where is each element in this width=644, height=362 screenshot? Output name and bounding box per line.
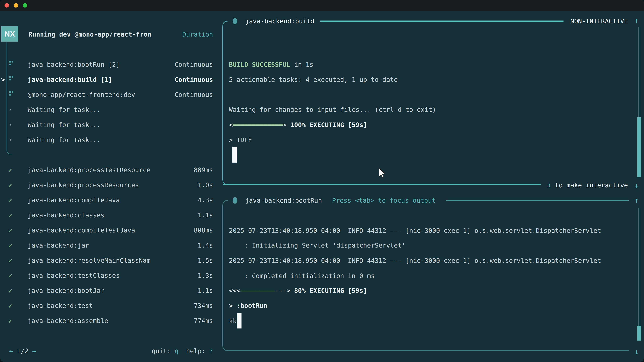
task-name: Waiting for task...	[28, 102, 100, 117]
task-name: Waiting for task...	[28, 132, 100, 147]
log-line: 2025-07-23T13:40:18.950-04:00 INFO 44312…	[229, 253, 601, 268]
non-interactive-badge: NON-INTERACTIVE	[570, 13, 628, 29]
build-time-text: in 1s	[290, 61, 313, 68]
progress-bar: ═════════════	[233, 121, 282, 129]
scroll-down-icon[interactable]: ↓	[634, 178, 639, 193]
task-duration: 1.4s	[0, 238, 213, 253]
bootrun-panel-scrollbar-thumb[interactable]	[637, 326, 641, 341]
interactive-key: i	[548, 182, 551, 189]
bootrun-progress-line: <<<═════════---> 80% EXECUTING [59s]	[229, 283, 367, 298]
help-key: ?	[209, 347, 213, 355]
task-row[interactable]: java-backend:bootRun [2]Continuous	[0, 57, 223, 72]
build-progress-line: <═════════════> 100% EXECUTING [59s]	[229, 117, 367, 132]
progress-label: 80% EXECUTING [59s]	[290, 287, 367, 294]
progress-head: <<<	[229, 287, 240, 294]
bootrun-panel-title: java-backend:bootRun	[245, 193, 322, 208]
log-line: 2025-07-23T13:40:18.950-04:00 INFO 44312…	[229, 223, 601, 238]
scroll-down-icon[interactable]: ↓	[634, 344, 639, 359]
help-label: help:	[178, 347, 209, 355]
completed-task-row[interactable]: ✔java-backend:processTestResource889ms	[0, 162, 223, 177]
scroll-up-icon[interactable]: ↑	[634, 13, 639, 28]
task-duration: 1.3s	[0, 268, 213, 283]
pager-prev-arrow[interactable]: ←	[9, 347, 13, 355]
task-duration: 774ms	[0, 313, 213, 328]
terminal-cursor	[232, 147, 237, 163]
pager-value: 1/2	[17, 347, 28, 355]
focus-output-hint: Press <tab> to focus output	[332, 193, 436, 208]
task-duration: 4.3s	[0, 193, 213, 208]
pager-label	[28, 347, 32, 355]
completed-task-row[interactable]: ✔java-backend:jar1.4s	[0, 238, 223, 253]
terminal-cursor	[237, 313, 242, 329]
quit-label: quit:	[152, 347, 174, 355]
terminal-window: NX Running dev @mono-app/react-fron Dura…	[0, 0, 644, 362]
progress-bar: ═════════	[240, 287, 275, 294]
task-duration: 734ms	[0, 298, 213, 313]
build-summary-line: 5 actionable tasks: 4 executed, 1 up-to-…	[229, 72, 398, 87]
task-duration: 1.1s	[0, 283, 213, 298]
make-interactive-hint: i to make interactive	[537, 178, 628, 193]
task-status: Continuous	[0, 57, 213, 72]
progress-open-bracket: <	[229, 121, 233, 129]
pending-dot-icon	[10, 124, 11, 125]
build-panel-title: java-backend:build	[245, 13, 314, 29]
progress-close-bracket: >	[282, 121, 286, 129]
task-row[interactable]: Waiting for task...	[0, 132, 223, 147]
task-duration: 1.1s	[0, 208, 213, 223]
duration-column-header: Duration	[0, 27, 213, 42]
pager-next-arrow[interactable]: →	[32, 347, 36, 355]
build-waiting-line: Waiting for changes to input files... (c…	[229, 102, 436, 117]
task-duration: 1.5s	[0, 253, 213, 268]
completed-task-row[interactable]: ✔java-backend:compileJava4.3s	[0, 193, 223, 208]
task-duration: 1.0s	[0, 177, 213, 193]
build-idle-line: > IDLE	[229, 132, 252, 147]
titlebar	[0, 0, 644, 11]
pager: ← 1/2 →	[9, 344, 36, 359]
scroll-up-icon[interactable]: ↑	[634, 193, 639, 208]
bootrun-prompt-line: > :bootRun	[229, 298, 267, 313]
completed-task-row[interactable]: ✔java-backend:resolveMainClassNam1.5s	[0, 253, 223, 268]
typed-input[interactable]: kk	[229, 313, 237, 329]
build-panel-scrollbar-thumb[interactable]	[637, 117, 641, 177]
completed-task-row[interactable]: ✔java-backend:classes1.1s	[0, 208, 223, 223]
minimize-window-button[interactable]	[14, 3, 18, 7]
pending-dot-icon	[10, 109, 11, 110]
bootrun-panel-bullet-icon	[233, 197, 237, 204]
task-row[interactable]: java-backend:build [1]Continuous	[0, 72, 223, 87]
completed-task-row[interactable]: ✔java-backend:test734ms	[0, 298, 223, 313]
mouse-cursor	[378, 168, 386, 178]
completed-task-row[interactable]: ✔java-backend:bootJar1.1s	[0, 283, 223, 298]
task-duration: 889ms	[0, 162, 213, 177]
log-line: : Completed initialization in 0 ms	[229, 268, 375, 283]
completed-task-row[interactable]: ✔java-backend:testClasses1.3s	[0, 268, 223, 283]
task-status: Continuous	[0, 72, 213, 87]
progress-label: 100% EXECUTING [59s]	[286, 121, 367, 129]
quit-key: q	[174, 347, 178, 355]
interactive-text: to make interactive	[551, 182, 628, 189]
build-successful-text: BUILD SUCCESSFUL	[229, 61, 290, 68]
log-line: : Initializing Servlet 'dispatcherServle…	[229, 238, 405, 253]
build-panel-bottom-rule	[223, 184, 541, 185]
task-row[interactable]: Waiting for task...	[0, 117, 223, 132]
build-result-line: BUILD SUCCESSFUL in 1s	[229, 57, 313, 72]
completed-task-row[interactable]: ✔java-backend:processResources1.0s	[0, 177, 223, 193]
pending-dot-icon	[10, 139, 11, 141]
task-status: Continuous	[0, 87, 213, 102]
task-duration: 808ms	[0, 223, 213, 238]
completed-task-row[interactable]: ✔java-backend:compileTestJava808ms	[0, 223, 223, 238]
key-hints: quit: q help: ?	[149, 344, 213, 359]
zoom-window-button[interactable]	[23, 3, 27, 7]
pager-label	[13, 347, 17, 355]
progress-tail: --->	[275, 287, 290, 294]
task-row[interactable]: Waiting for task...	[0, 102, 223, 117]
task-row[interactable]: @mono-app/react-frontend:devContinuous	[0, 87, 223, 102]
build-panel-bullet-icon	[233, 18, 237, 24]
screen: NX Running dev @mono-app/react-fron Dura…	[0, 0, 644, 362]
close-window-button[interactable]	[4, 3, 9, 7]
completed-task-row[interactable]: ✔java-backend:assemble774ms	[0, 313, 223, 328]
task-name: Waiting for task...	[28, 117, 100, 132]
